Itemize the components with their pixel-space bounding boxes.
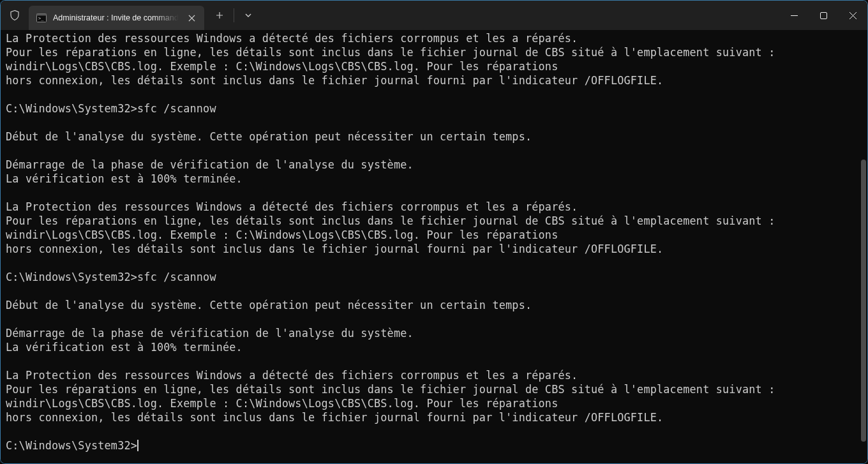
terminal-line: Démarrage de la phase de vérification de… bbox=[6, 158, 862, 172]
terminal-line: hors connexion, les détails sont inclus … bbox=[6, 410, 862, 424]
terminal-line: Pour les réparations en ligne, les détai… bbox=[6, 45, 862, 59]
svg-rect-8 bbox=[820, 12, 827, 19]
titlebar-drag-area[interactable] bbox=[260, 1, 779, 30]
terminal-line: windir\Logs\CBS\CBS.log. Exemple : C:\Wi… bbox=[6, 396, 862, 410]
scrollbar-thumb[interactable] bbox=[861, 160, 866, 442]
terminal-line: Pour les réparations en ligne, les détai… bbox=[6, 382, 862, 396]
terminal-line: Début de l'analyse du système. Cette opé… bbox=[6, 298, 862, 312]
terminal-line: hors connexion, les détails sont inclus … bbox=[6, 242, 862, 256]
cmd-icon: >_ bbox=[36, 13, 47, 23]
tab-close-button[interactable] bbox=[185, 11, 198, 24]
terminal-line: windir\Logs\CBS\CBS.log. Exemple : C:\Wi… bbox=[6, 59, 862, 73]
titlebar[interactable]: >_ Administrateur : Invite de commandes bbox=[1, 1, 867, 30]
terminal-line bbox=[6, 424, 862, 438]
terminal-line bbox=[6, 87, 862, 101]
terminal-line: windir\Logs\CBS\CBS.log. Exemple : C:\Wi… bbox=[6, 228, 862, 242]
new-tab-button[interactable] bbox=[208, 4, 231, 26]
terminal-prompt-line[interactable]: C:\Windows\System32> bbox=[6, 438, 862, 453]
tab-dropdown-button[interactable] bbox=[237, 4, 260, 26]
tab-active[interactable]: >_ Administrateur : Invite de commandes bbox=[29, 6, 204, 30]
maximize-button[interactable] bbox=[809, 1, 838, 30]
terminal-line: hors connexion, les détails sont inclus … bbox=[6, 73, 862, 87]
terminal-line: La Protection des ressources Windows a d… bbox=[6, 200, 862, 214]
terminal-line bbox=[6, 354, 862, 368]
terminal-line: C:\Windows\System32>sfc /scannow bbox=[6, 101, 862, 116]
terminal-line bbox=[6, 284, 862, 298]
terminal-line: La vérification est à 100% terminée. bbox=[6, 172, 862, 186]
titlebar-divider bbox=[234, 8, 234, 22]
terminal-line bbox=[6, 186, 862, 200]
terminal-line bbox=[6, 256, 862, 270]
terminal-line: La Protection des ressources Windows a d… bbox=[6, 31, 862, 45]
terminal-line: La Protection des ressources Windows a d… bbox=[6, 368, 862, 382]
terminal-line: La vérification est à 100% terminée. bbox=[6, 340, 862, 354]
terminal-line: Début de l'analyse du système. Cette opé… bbox=[6, 130, 862, 144]
terminal-output[interactable]: La Protection des ressources Windows a d… bbox=[1, 30, 867, 463]
terminal-line bbox=[6, 144, 862, 158]
minimize-button[interactable] bbox=[779, 1, 809, 30]
svg-text:>_: >_ bbox=[38, 16, 44, 21]
terminal-window: >_ Administrateur : Invite de commandes bbox=[0, 0, 868, 464]
tab-title: Administrateur : Invite de commandes bbox=[53, 13, 179, 22]
terminal-line: Pour les réparations en ligne, les détai… bbox=[6, 214, 862, 228]
terminal-line bbox=[6, 312, 862, 326]
terminal-line: C:\Windows\System32>sfc /scannow bbox=[6, 270, 862, 284]
scrollbar[interactable] bbox=[860, 29, 867, 463]
cursor bbox=[137, 440, 138, 451]
close-button[interactable] bbox=[838, 1, 867, 30]
app-shield-icon bbox=[1, 1, 29, 30]
window-controls bbox=[779, 1, 867, 30]
terminal-line: Démarrage de la phase de vérification de… bbox=[6, 326, 862, 340]
terminal-line bbox=[6, 116, 862, 130]
